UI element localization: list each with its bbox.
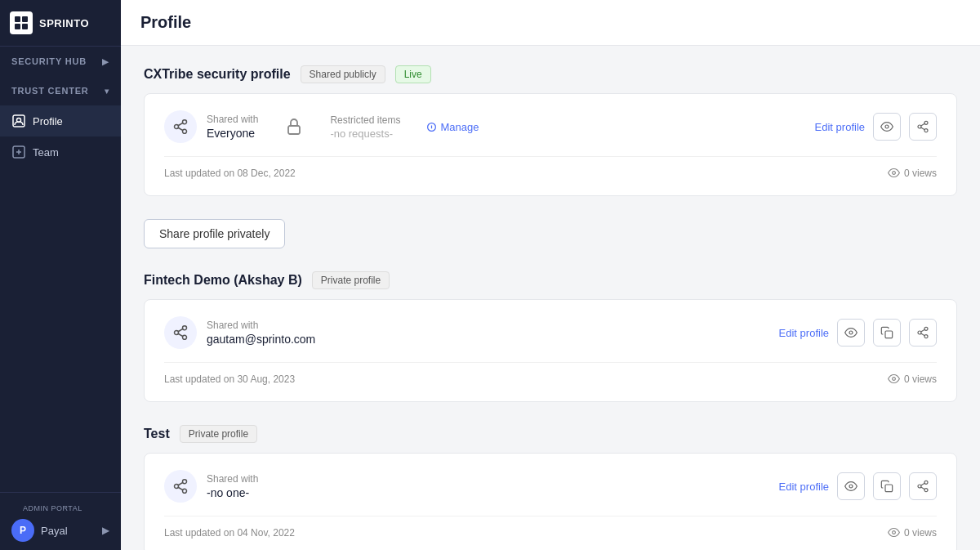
svg-point-16 xyxy=(918,125,921,128)
svg-point-34 xyxy=(183,480,187,484)
svg-line-32 xyxy=(921,329,925,332)
team-icon xyxy=(11,145,26,159)
svg-rect-27 xyxy=(885,331,893,338)
cxtribe-footer: Last updated on 08 Dec, 2022 0 views xyxy=(164,156,937,179)
cxtribe-card: Shared with Everyone Restricted items -n… xyxy=(144,93,957,196)
manage-link[interactable]: Manage xyxy=(426,121,479,133)
svg-line-10 xyxy=(178,127,183,130)
admin-portal-label: Admin Portal xyxy=(11,501,109,519)
restricted-label: Restricted items xyxy=(330,114,400,126)
test-private-badge: Private profile xyxy=(180,425,257,443)
shared-publicly-badge: Shared publicly xyxy=(301,65,385,83)
fintech-view-btn[interactable] xyxy=(837,319,865,347)
test-header: Test Private profile xyxy=(144,425,957,443)
cxtribe-shared-with: Shared with Everyone xyxy=(164,110,258,143)
fintech-card: Shared with gautam@sprinto.com Edit prof… xyxy=(144,299,957,402)
svg-rect-1 xyxy=(22,16,28,22)
test-edit-btn[interactable]: Edit profile xyxy=(779,477,829,496)
svg-point-30 xyxy=(924,335,928,338)
svg-rect-3 xyxy=(22,24,28,29)
test-shared-with: Shared with -no one- xyxy=(164,470,258,503)
eye-icon xyxy=(844,326,858,339)
svg-line-38 xyxy=(178,482,183,485)
share-icon xyxy=(916,326,929,339)
svg-point-33 xyxy=(893,378,896,381)
test-footer: Last updated on 04 Nov, 2022 0 views xyxy=(164,516,937,539)
live-badge: Live xyxy=(395,65,431,83)
svg-line-37 xyxy=(178,487,183,490)
share-icon-circle xyxy=(164,110,197,143)
svg-line-24 xyxy=(178,333,183,336)
cxtribe-shared-label: Shared with xyxy=(207,114,258,125)
svg-point-17 xyxy=(924,129,928,132)
svg-point-28 xyxy=(924,327,928,330)
cxtribe-edit-btn[interactable]: Edit profile xyxy=(815,118,865,136)
test-copy-btn[interactable] xyxy=(873,472,901,500)
restricted-value: -no requests- xyxy=(330,127,400,140)
sidebar-item-team[interactable]: Team xyxy=(0,136,121,168)
fintech-shared-with: Shared with gautam@sprinto.com xyxy=(164,316,315,349)
test-view-btn[interactable] xyxy=(837,472,865,500)
page-title: Profile xyxy=(140,13,960,32)
svg-point-29 xyxy=(918,331,921,334)
cxtribe-header: CXTribe security profile Shared publicly… xyxy=(144,65,957,83)
svg-line-44 xyxy=(921,487,925,490)
svg-point-15 xyxy=(924,121,928,124)
copy-icon xyxy=(880,326,893,339)
cxtribe-views: 0 views xyxy=(888,167,937,179)
fintech-last-updated: Last updated on 30 Aug, 2023 xyxy=(164,373,295,385)
eye-icon xyxy=(888,167,900,179)
trust-center-section: Trust Center ▾ Profile Team xyxy=(0,76,121,168)
sidebar: SPRINTO Security Hub ▶ Trust Center ▾ Pr… xyxy=(0,0,121,550)
security-hub-section: Security Hub ▶ xyxy=(0,47,121,76)
svg-point-41 xyxy=(924,481,928,484)
username: Payal xyxy=(41,525,68,537)
logo-block: SPRINTO xyxy=(0,0,121,47)
test-shared-info: Shared with -no one- xyxy=(207,473,258,499)
trust-center-nav[interactable]: Trust Center ▾ xyxy=(0,76,121,105)
svg-point-46 xyxy=(893,531,896,534)
fintech-copy-btn[interactable] xyxy=(873,319,901,347)
fintech-edit-btn[interactable]: Edit profile xyxy=(779,324,829,342)
cxtribe-view-btn[interactable] xyxy=(873,113,901,141)
content-area: CXTribe security profile Shared publicly… xyxy=(121,46,980,550)
cxtribe-last-updated: Last updated on 08 Dec, 2022 xyxy=(164,168,296,179)
fintech-footer: Last updated on 30 Aug, 2023 0 views xyxy=(164,362,937,385)
svg-point-21 xyxy=(183,326,187,330)
svg-point-43 xyxy=(924,489,928,492)
cxtribe-shared-info: Shared with Everyone xyxy=(207,114,258,140)
svg-point-7 xyxy=(183,120,187,124)
sprinto-logo-icon xyxy=(10,11,33,34)
svg-line-25 xyxy=(178,329,183,331)
svg-point-39 xyxy=(849,485,853,488)
test-actions: Edit profile xyxy=(779,472,937,500)
share-icon-circle xyxy=(164,316,197,349)
svg-point-26 xyxy=(849,331,853,334)
fintech-title: Fintech Demo (Akshay B) xyxy=(144,273,302,288)
page-header: Profile xyxy=(121,0,980,46)
test-last-updated: Last updated on 04 Nov, 2022 xyxy=(164,527,295,539)
chevron-right-icon: ▶ xyxy=(102,525,109,536)
test-share-btn[interactable] xyxy=(909,472,937,500)
cxtribe-card-body: Shared with Everyone Restricted items -n… xyxy=(164,110,937,143)
security-hub-nav[interactable]: Security Hub ▶ xyxy=(0,47,121,76)
svg-point-9 xyxy=(183,129,187,133)
test-views: 0 views xyxy=(888,526,937,539)
test-title: Test xyxy=(144,427,170,441)
fintech-share-btn[interactable] xyxy=(909,319,937,347)
fintech-shared-label: Shared with xyxy=(207,320,315,331)
share-profile-privately-btn[interactable]: Share profile privately xyxy=(144,219,285,248)
sidebar-item-profile[interactable]: Profile xyxy=(0,105,121,136)
share-icon-circle xyxy=(164,470,197,503)
fintech-private-badge: Private profile xyxy=(312,271,390,289)
fintech-card-body: Shared with gautam@sprinto.com Edit prof… xyxy=(164,316,937,349)
eye-icon xyxy=(880,120,893,133)
cxtribe-share-btn[interactable] xyxy=(909,113,937,141)
fintech-actions: Edit profile xyxy=(779,319,937,347)
svg-rect-2 xyxy=(15,24,20,29)
svg-rect-12 xyxy=(288,126,300,134)
svg-point-14 xyxy=(885,125,889,128)
sidebar-footer: Admin Portal P Payal ▶ xyxy=(0,492,121,550)
user-menu[interactable]: P Payal ▶ xyxy=(11,519,109,542)
share-icon xyxy=(916,480,929,493)
